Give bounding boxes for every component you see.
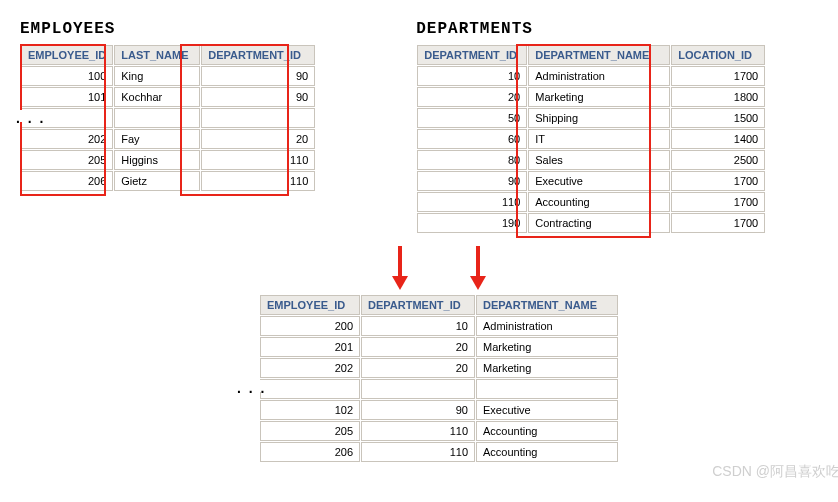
cell: Administration (528, 66, 670, 86)
cell: 110 (417, 192, 527, 212)
table-row: 190Contracting1700 (417, 213, 765, 233)
cell (114, 108, 200, 128)
cell: Contracting (528, 213, 670, 233)
arrow-down-icon (391, 244, 409, 290)
table-row: 10Administration1700 (417, 66, 765, 86)
cell: 20 (201, 129, 315, 149)
col-header: LOCATION_ID (671, 45, 765, 65)
cell: Sales (528, 150, 670, 170)
cell: 190 (417, 213, 527, 233)
cell: 110 (361, 442, 475, 462)
table-row: EMPLOYEE_ID LAST_NAME DEPARTMENT_ID (21, 45, 315, 65)
cell: Higgins (114, 150, 200, 170)
cell (201, 108, 315, 128)
cell (260, 379, 360, 399)
cell: Administration (476, 316, 618, 336)
svg-marker-1 (392, 276, 408, 290)
col-header: DEPARTMENT_NAME (476, 295, 618, 315)
cell: 1700 (671, 66, 765, 86)
employees-table: EMPLOYEE_ID LAST_NAME DEPARTMENT_ID 100 … (20, 44, 316, 192)
svg-marker-3 (470, 276, 486, 290)
cell: IT (528, 129, 670, 149)
arrows-row (20, 244, 838, 290)
cell: 10 (361, 316, 475, 336)
cell: 1700 (671, 192, 765, 212)
cell: Accounting (528, 192, 670, 212)
cell: 110 (361, 421, 475, 441)
cell: Marketing (476, 337, 618, 357)
cell: 1700 (671, 171, 765, 191)
departments-title: DEPARTMENTS (416, 20, 766, 38)
cell: 60 (417, 129, 527, 149)
cell: 110 (201, 150, 315, 170)
ellipsis-label: . . . (233, 380, 270, 392)
cell: Executive (528, 171, 670, 191)
cell: 201 (260, 337, 360, 357)
table-row: 50Shipping1500 (417, 108, 765, 128)
table-row: 100 King 90 (21, 66, 315, 86)
table-row: 90Executive1700 (417, 171, 765, 191)
table-row: 20010Administration (260, 316, 618, 336)
cell: 80 (417, 150, 527, 170)
cell: 205 (21, 150, 113, 170)
result-table: EMPLOYEE_ID DEPARTMENT_ID DEPARTMENT_NAM… (259, 294, 619, 463)
cell: 200 (260, 316, 360, 336)
table-row: 20Marketing1800 (417, 87, 765, 107)
col-header: DEPARTMENT_ID (417, 45, 527, 65)
cell: 206 (260, 442, 360, 462)
table-row: 206 Gietz 110 (21, 171, 315, 191)
table-row: 101 Kochhar 90 (21, 87, 315, 107)
cell (361, 379, 475, 399)
cell: 1400 (671, 129, 765, 149)
cell: 90 (361, 400, 475, 420)
col-header: DEPARTMENT_ID (201, 45, 315, 65)
table-row (260, 379, 618, 399)
col-header: LAST_NAME (114, 45, 200, 65)
employees-title: EMPLOYEES (20, 20, 316, 38)
cell: Accounting (476, 442, 618, 462)
cell: 1800 (671, 87, 765, 107)
table-row: DEPARTMENT_ID DEPARTMENT_NAME LOCATION_I… (417, 45, 765, 65)
table-row: 10290Executive (260, 400, 618, 420)
cell: Gietz (114, 171, 200, 191)
cell: 50 (417, 108, 527, 128)
employees-table-wrap: EMPLOYEE_ID LAST_NAME DEPARTMENT_ID 100 … (20, 44, 316, 192)
cell (476, 379, 618, 399)
cell: 100 (21, 66, 113, 86)
cell: Executive (476, 400, 618, 420)
col-header: EMPLOYEE_ID (21, 45, 113, 65)
cell: 202 (260, 358, 360, 378)
table-row: 205110Accounting (260, 421, 618, 441)
cell: 1700 (671, 213, 765, 233)
table-row: 20220Marketing (260, 358, 618, 378)
cell: Marketing (476, 358, 618, 378)
ellipsis-label: . . . (12, 110, 49, 122)
table-row: 80Sales2500 (417, 150, 765, 170)
cell: Fay (114, 129, 200, 149)
cell: King (114, 66, 200, 86)
cell: 1500 (671, 108, 765, 128)
watermark-label: CSDN @阿昌喜欢吃黄桃 (712, 463, 838, 481)
cell: 20 (417, 87, 527, 107)
table-row: 205 Higgins 110 (21, 150, 315, 170)
col-header: DEPARTMENT_NAME (528, 45, 670, 65)
cell: 20 (361, 337, 475, 357)
result-table-wrap: EMPLOYEE_ID DEPARTMENT_ID DEPARTMENT_NAM… (259, 294, 619, 463)
table-row: 20120Marketing (260, 337, 618, 357)
cell: Kochhar (114, 87, 200, 107)
arrow-down-icon (469, 244, 487, 290)
departments-table: DEPARTMENT_ID DEPARTMENT_NAME LOCATION_I… (416, 44, 766, 234)
table-row: 206110Accounting (260, 442, 618, 462)
cell: 90 (201, 87, 315, 107)
cell: 90 (417, 171, 527, 191)
table-row: 60IT1400 (417, 129, 765, 149)
table-row: 202 Fay 20 (21, 129, 315, 149)
cell: 101 (21, 87, 113, 107)
departments-table-wrap: DEPARTMENT_ID DEPARTMENT_NAME LOCATION_I… (416, 44, 766, 234)
cell: 110 (201, 171, 315, 191)
col-header: EMPLOYEE_ID (260, 295, 360, 315)
cell: 10 (417, 66, 527, 86)
cell: Marketing (528, 87, 670, 107)
cell: Accounting (476, 421, 618, 441)
table-row: EMPLOYEE_ID DEPARTMENT_ID DEPARTMENT_NAM… (260, 295, 618, 315)
